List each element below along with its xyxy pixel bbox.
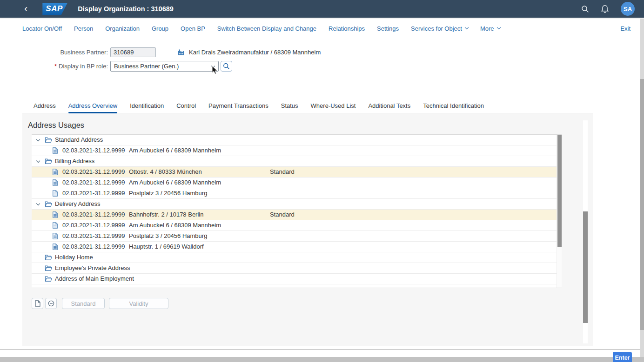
tree-group-label: Employee's Private Address (55, 263, 130, 273)
expand-chevron-icon[interactable] (36, 159, 40, 163)
menu-item-person[interactable]: Person (74, 25, 93, 32)
menu-item-services-for-object[interactable]: Services for Object (411, 25, 468, 32)
tree-group-address-of-main-employment[interactable]: Address of Main Employment (32, 274, 557, 284)
expand-chevron-icon[interactable] (36, 202, 40, 205)
tab-technical-identification[interactable]: Technical Identification (423, 99, 484, 113)
address-usages-table: Standard Address02.03.2021-31.12.9999Am … (32, 134, 562, 288)
bp-role-row: *Display in BP role: Business Partner (G… (0, 61, 644, 72)
bp-role-value: Business Partner (Gen.) (114, 63, 179, 70)
menu-item-open-bp[interactable]: Open BP (181, 25, 205, 32)
panel-scrollbar-thumb[interactable] (583, 211, 588, 323)
tree-group-holiday-home[interactable]: Holiday Home (32, 252, 557, 263)
table-scrollbar[interactable] (557, 135, 562, 288)
document-icon (53, 190, 58, 197)
tab-additional-texts[interactable]: Additional Texts (368, 99, 410, 113)
organization-icon (177, 49, 185, 57)
tab-where-used-list[interactable]: Where-Used List (311, 99, 356, 113)
tab-address[interactable]: Address (34, 99, 56, 113)
window-scrollbar[interactable] (640, 19, 644, 357)
tree-address-row[interactable]: 02.03.2021-31.12.9999Am Aubuckel 6 / 683… (32, 178, 557, 188)
minus-circle-icon (48, 300, 54, 307)
address-validity: 02.03.2021-31.12.9999 (62, 167, 125, 177)
menu-item-organization[interactable]: Organization (105, 25, 140, 32)
chevron-down-icon (465, 26, 469, 29)
bp-role-select[interactable]: Business Partner (Gen.) (110, 61, 219, 72)
validity-button[interactable]: Validity (109, 298, 168, 309)
shell-actions: SA (581, 2, 635, 16)
business-partner-input[interactable] (110, 47, 156, 57)
tree-group-delivery-address[interactable]: Delivery Address (32, 199, 557, 210)
value-help-button[interactable] (221, 61, 232, 72)
tab-control[interactable]: Control (176, 99, 196, 113)
address-validity: 02.03.2021-31.12.9999 (62, 145, 125, 156)
menu-item-locator-on-off[interactable]: Locator On/Off (22, 25, 62, 32)
tree-group-label: Billing Address (55, 156, 94, 166)
tree-address-row[interactable]: 02.03.2021-31.12.9999Ottostr. 4 / 80333 … (32, 167, 557, 178)
panel-scrollbar[interactable] (583, 120, 588, 343)
address-text: Am Aubuckel 6 / 68309 Mannheim (129, 220, 221, 230)
tree-group-label: Delivery Address (55, 199, 101, 209)
document-icon (53, 222, 58, 229)
business-partner-row: Business Partner: Karl Drais Zweiradmanu… (0, 47, 644, 58)
tree-group-label: Address of Main Employment (55, 274, 134, 284)
folder-icon (45, 276, 52, 282)
notifications-bell-icon[interactable] (601, 5, 609, 13)
business-partner-label: Business Partner: (0, 47, 108, 58)
tree-address-row[interactable]: 02.03.2021-31.12.9999Am Aubuckel 6 / 683… (32, 145, 557, 156)
menu-item-exit[interactable]: Exit (620, 25, 631, 32)
menu-item-switch-between-display-and-change[interactable]: Switch Between Display and Change (217, 25, 316, 32)
menu-item-settings[interactable]: Settings (377, 25, 399, 32)
menu-item-more[interactable]: More (480, 25, 500, 32)
tree-address-row[interactable]: 02.03.2021-31.12.9999Bahnhofstr. 2 / 101… (32, 210, 557, 220)
tree-group-billing-address[interactable]: Billing Address (32, 156, 557, 167)
address-text: Postplatz 3 / 20456 Hamburg (129, 188, 207, 198)
tab-identification[interactable]: Identification (130, 99, 164, 113)
chevron-down-icon (211, 64, 215, 68)
standard-badge: Standard (270, 167, 295, 177)
menu-item-group[interactable]: Group (152, 25, 168, 32)
back-button[interactable]: ‹ (24, 4, 27, 13)
tree-address-row[interactable]: 02.03.2021-31.12.9999Postplatz 3 / 20456… (32, 231, 557, 242)
sap-logo-text: SAP (46, 4, 62, 13)
address-text: Ottostr. 4 / 80333 München (129, 167, 202, 177)
avatar[interactable]: SA (621, 2, 635, 16)
document-icon (53, 244, 58, 250)
tree-group-employee-s-private-address[interactable]: Employee's Private Address (32, 263, 557, 274)
standard-button[interactable]: Standard (62, 298, 105, 309)
tree-address-row[interactable]: 02.03.2021-31.12.9999Am Aubuckel 6 / 683… (32, 220, 557, 231)
folder-icon (45, 137, 52, 143)
address-overview-panel: Address Usages Standard Address02.03.202… (22, 114, 593, 346)
expand-chevron-icon[interactable] (36, 138, 40, 141)
tab-address-overview[interactable]: Address Overview (68, 99, 117, 113)
tree-group-standard-address[interactable]: Standard Address (32, 135, 557, 145)
delete-address-usage-button[interactable] (45, 298, 57, 309)
tree-group-label: Standard Address (55, 135, 103, 145)
window-scrollbar-thumb[interactable] (640, 79, 644, 330)
menu-item-relationships[interactable]: Relationships (329, 25, 365, 32)
address-validity: 02.03.2021-31.12.9999 (62, 188, 125, 198)
tab-payment-transactions[interactable]: Payment Transactions (208, 99, 268, 113)
table-toolbar: Standard Validity (32, 298, 168, 309)
address-text: Postplatz 3 / 20456 Hamburg (129, 231, 207, 241)
address-text: Bahnhofstr. 2 / 10178 Berlin (129, 210, 203, 220)
menubar: Locator On/OffPersonOrganizationGroupOpe… (22, 22, 631, 34)
tree-group-label: Holiday Home (55, 252, 93, 263)
create-address-usage-button[interactable] (32, 298, 43, 309)
table-scrollbar-thumb[interactable] (557, 135, 562, 247)
search-icon[interactable] (581, 5, 589, 13)
address-text: Am Aubuckel 6 / 68309 Mannheim (129, 178, 221, 188)
chevron-down-icon (496, 26, 500, 29)
footer-divider (0, 349, 644, 350)
tree-address-row[interactable]: 02.03.2021-31.12.9999Hauptstr. 1 / 69619… (32, 242, 557, 252)
tab-status[interactable]: Status (281, 99, 298, 113)
address-validity: 02.03.2021-31.12.9999 (62, 231, 125, 241)
avatar-initials: SA (624, 6, 632, 13)
shell-bar: ‹ SAP Display Organization : 310689 SA (0, 0, 644, 18)
enter-button[interactable]: Enter (613, 352, 632, 362)
document-icon (53, 211, 58, 218)
document-icon (53, 179, 58, 186)
tree-address-row[interactable]: 02.03.2021-31.12.9999Postplatz 3 / 20456… (32, 188, 557, 199)
horizontal-scrollbar[interactable] (0, 357, 644, 362)
address-validity: 02.03.2021-31.12.9999 (62, 210, 125, 220)
folder-icon (45, 158, 52, 164)
